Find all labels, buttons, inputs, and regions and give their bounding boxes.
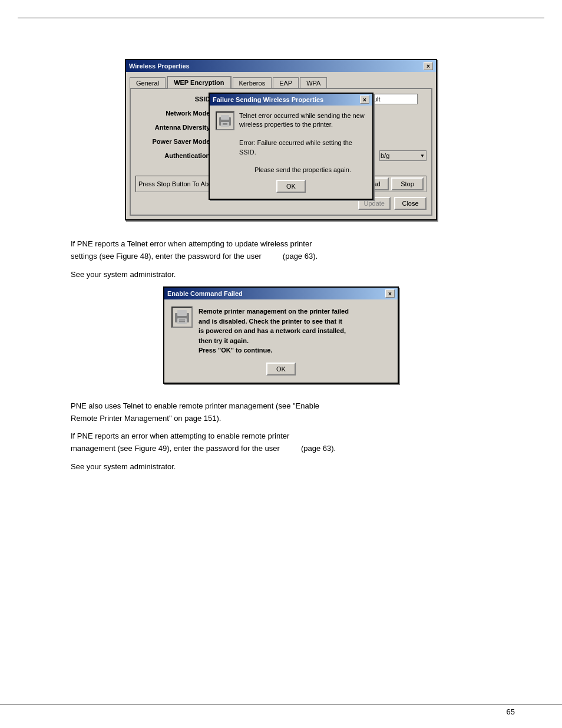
power-saver-label: Power Saver Mode: (135, 138, 212, 145)
stop-button[interactable]: Stop (391, 177, 424, 190)
svg-rect-3 (223, 123, 227, 124)
svg-rect-4 (223, 124, 227, 125)
error-line3: Error: Failure occurred while setting th… (239, 139, 366, 157)
tab-eap[interactable]: EAP (273, 77, 299, 88)
error-icon (216, 111, 234, 130)
svg-rect-8 (179, 319, 185, 321)
page-container: Wireless Properties × General WEP Encryp… (0, 0, 562, 728)
failure-sending-body: Telnet error occurred while sending the … (210, 106, 372, 199)
error-btn-row: OK (216, 180, 366, 193)
error-content: Telnet error occurred while sending the … (216, 111, 366, 175)
enable-command-failed-dialog: Enable Command Failed × (163, 286, 399, 384)
para2-text3: See your system administrator. (71, 461, 491, 473)
svg-rect-9 (179, 321, 185, 322)
wireless-properties-close-btn[interactable]: × (424, 62, 433, 70)
enable-line4: then try it again. (199, 336, 349, 346)
close-button[interactable]: Close (394, 197, 427, 210)
error-ok-button[interactable]: OK (276, 180, 306, 193)
failure-sending-dialog: Failure Sending Wireless Properties × (209, 93, 373, 200)
figure-48-container: Wireless Properties × General WEP Encryp… (71, 59, 491, 220)
failure-sending-close[interactable]: × (360, 95, 369, 104)
wireless-properties-dialog: Wireless Properties × General WEP Encryp… (125, 59, 437, 220)
enable-icon (171, 307, 193, 328)
network-mode-label: Network Mode: (135, 110, 212, 117)
content-area: Wireless Properties × General WEP Encryp… (0, 24, 562, 515)
svg-rect-1 (221, 115, 229, 120)
error-line1: Telnet error occurred while sending the … (239, 111, 366, 120)
enable-ok-button[interactable]: OK (266, 363, 296, 375)
enable-printer-icon (173, 308, 191, 327)
enable-dialog-body: Remote printer management on the printer… (164, 299, 398, 383)
wireless-properties-titlebar: Wireless Properties × (126, 60, 436, 72)
enable-line5: Press "OK" to continue. (199, 345, 349, 355)
ssid-label: SSID: (135, 95, 212, 103)
para2-text2: If PNE reports an error when attempting … (71, 430, 491, 455)
failure-sending-title: Failure Sending Wireless Properties (213, 96, 323, 103)
auth-mode-arrow: ▼ (420, 153, 425, 159)
enable-command-title: Enable Command Failed (167, 290, 243, 297)
error-line4: Please send the properties again. (239, 166, 366, 174)
para2-text1: PNE also uses Telnet to enable remote pr… (71, 400, 491, 425)
para1-text1: If PNE reports a Telnet error when attem… (71, 238, 491, 263)
figure-49-container: Enable Command Failed × (71, 286, 491, 384)
para1-text2: See your system administrator. (71, 269, 491, 281)
enable-content: Remote printer management on the printer… (171, 307, 391, 355)
svg-rect-6 (177, 310, 187, 316)
enable-command-close[interactable]: × (385, 289, 395, 298)
wireless-properties-title: Wireless Properties (129, 62, 190, 70)
error-message-text: Telnet error occurred while sending the … (239, 111, 366, 175)
enable-command-titlebar: Enable Command Failed × (164, 288, 398, 299)
error-line2: wireless properties to the printer. (239, 120, 366, 129)
paragraph-2: PNE also uses Telnet to enable remote pr… (71, 400, 491, 473)
enable-line1: Remote printer management on the printer… (199, 307, 349, 317)
page-number: 65 (507, 707, 515, 716)
paragraph-1: If PNE reports a Telnet error when attem… (71, 238, 491, 281)
bottom-rule (0, 704, 562, 704)
enable-btn-row: OK (171, 363, 391, 375)
authentication-label: Authentication: (135, 152, 212, 159)
tab-wep-encryption[interactable]: WEP Encryption (167, 76, 231, 88)
enable-line2: and is disabled. Check the printer to se… (199, 317, 349, 327)
printer-icon (217, 113, 233, 129)
tab-kerberos[interactable]: Kerberos (233, 77, 272, 88)
antenna-diversity-label: Antenna Diversity: (135, 124, 212, 131)
wireless-properties-tabs: General WEP Encryption Kerberos EAP WPA (130, 75, 432, 88)
enable-line3: is powered on and has a network card ins… (199, 326, 349, 336)
failure-sending-titlebar: Failure Sending Wireless Properties × (210, 94, 372, 106)
top-rule (18, 18, 544, 18)
tab-wpa[interactable]: WPA (300, 77, 327, 88)
auth-mode-select[interactable]: b/g ▼ (379, 150, 427, 161)
enable-message-text: Remote printer management on the printer… (199, 307, 349, 355)
tab-general[interactable]: General (130, 77, 166, 88)
